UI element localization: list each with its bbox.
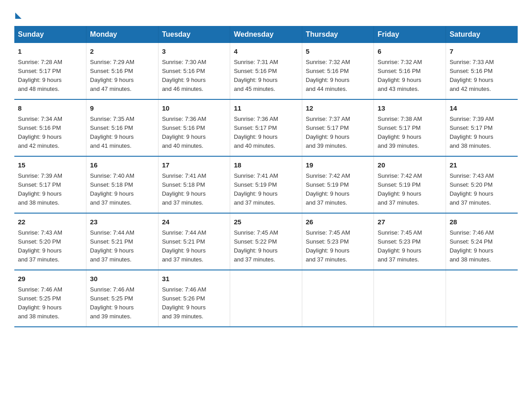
header-cell-monday: Monday [86,26,159,43]
day-info: Sunrise: 7:46 AMSunset: 5:25 PMDaylight:… [90,286,134,320]
day-info: Sunrise: 7:33 AMSunset: 5:16 PMDaylight:… [450,59,494,92]
day-number: 8 [18,103,82,114]
day-cell: 4Sunrise: 7:31 AMSunset: 5:16 PMDaylight… [230,43,302,99]
day-info: Sunrise: 7:45 AMSunset: 5:22 PMDaylight:… [234,229,278,263]
day-cell: 24Sunrise: 7:44 AMSunset: 5:21 PMDayligh… [158,213,230,270]
calendar-table: SundayMondayTuesdayWednesdayThursdayFrid… [14,26,518,327]
day-cell: 31Sunrise: 7:46 AMSunset: 5:26 PMDayligh… [158,270,230,327]
week-row-3: 15Sunrise: 7:39 AMSunset: 5:17 PMDayligh… [14,156,518,213]
week-row-1: 1Sunrise: 7:28 AMSunset: 5:17 PMDaylight… [14,43,518,99]
calendar-body: 1Sunrise: 7:28 AMSunset: 5:17 PMDaylight… [14,43,518,327]
day-info: Sunrise: 7:28 AMSunset: 5:17 PMDaylight:… [18,59,62,92]
day-cell: 9Sunrise: 7:35 AMSunset: 5:16 PMDaylight… [86,99,159,156]
day-cell: 10Sunrise: 7:36 AMSunset: 5:16 PMDayligh… [158,99,230,156]
week-row-5: 29Sunrise: 7:46 AMSunset: 5:25 PMDayligh… [14,270,518,327]
day-cell: 7Sunrise: 7:33 AMSunset: 5:16 PMDaylight… [446,43,518,99]
day-info: Sunrise: 7:44 AMSunset: 5:21 PMDaylight:… [90,229,134,263]
day-number: 10 [162,103,227,114]
day-cell: 29Sunrise: 7:46 AMSunset: 5:25 PMDayligh… [14,270,86,327]
day-info: Sunrise: 7:43 AMSunset: 5:20 PMDaylight:… [450,172,494,206]
day-cell [302,270,374,327]
day-number: 1 [18,47,82,57]
day-cell [446,270,518,327]
day-info: Sunrise: 7:38 AMSunset: 5:17 PMDaylight:… [378,116,422,149]
day-cell: 13Sunrise: 7:38 AMSunset: 5:17 PMDayligh… [374,99,446,156]
day-info: Sunrise: 7:30 AMSunset: 5:16 PMDaylight:… [162,59,206,92]
day-info: Sunrise: 7:46 AMSunset: 5:25 PMDaylight:… [18,286,62,320]
day-number: 12 [306,103,370,114]
day-number: 20 [378,160,442,171]
day-info: Sunrise: 7:37 AMSunset: 5:17 PMDaylight:… [306,116,350,149]
day-number: 9 [90,103,154,114]
day-number: 30 [90,274,154,284]
day-cell: 8Sunrise: 7:34 AMSunset: 5:16 PMDaylight… [14,99,86,156]
day-number: 25 [234,217,298,227]
week-row-2: 8Sunrise: 7:34 AMSunset: 5:16 PMDaylight… [14,99,518,156]
day-cell: 19Sunrise: 7:42 AMSunset: 5:19 PMDayligh… [302,156,374,213]
day-cell: 20Sunrise: 7:42 AMSunset: 5:19 PMDayligh… [374,156,446,213]
day-cell: 14Sunrise: 7:39 AMSunset: 5:17 PMDayligh… [446,99,518,156]
day-cell [230,270,302,327]
day-number: 14 [450,103,514,114]
day-number: 15 [18,160,82,171]
day-number: 11 [234,103,298,114]
week-row-4: 22Sunrise: 7:43 AMSunset: 5:20 PMDayligh… [14,213,518,270]
page-container: SundayMondayTuesdayWednesdayThursdayFrid… [14,11,518,327]
day-info: Sunrise: 7:45 AMSunset: 5:23 PMDaylight:… [378,229,422,263]
day-number: 6 [378,47,442,57]
day-cell [374,270,446,327]
day-number: 29 [18,274,82,284]
day-info: Sunrise: 7:46 AMSunset: 5:26 PMDaylight:… [162,286,206,320]
header-cell-thursday: Thursday [302,26,374,43]
day-number: 4 [234,47,298,57]
day-cell: 5Sunrise: 7:32 AMSunset: 5:16 PMDaylight… [302,43,374,99]
day-info: Sunrise: 7:40 AMSunset: 5:18 PMDaylight:… [90,172,134,206]
day-cell: 17Sunrise: 7:41 AMSunset: 5:18 PMDayligh… [158,156,230,213]
day-number: 2 [90,47,154,57]
day-number: 3 [162,47,227,57]
day-number: 26 [306,217,370,227]
day-info: Sunrise: 7:34 AMSunset: 5:16 PMDaylight:… [18,116,62,149]
day-cell: 23Sunrise: 7:44 AMSunset: 5:21 PMDayligh… [86,213,159,270]
day-cell: 2Sunrise: 7:29 AMSunset: 5:16 PMDaylight… [86,43,159,99]
header-cell-tuesday: Tuesday [158,26,230,43]
header [14,11,518,17]
day-cell: 25Sunrise: 7:45 AMSunset: 5:22 PMDayligh… [230,213,302,270]
day-cell: 18Sunrise: 7:41 AMSunset: 5:19 PMDayligh… [230,156,302,213]
day-info: Sunrise: 7:41 AMSunset: 5:19 PMDaylight:… [234,172,278,206]
day-number: 27 [378,217,442,227]
day-number: 19 [306,160,370,171]
day-number: 18 [234,160,298,171]
day-cell: 3Sunrise: 7:30 AMSunset: 5:16 PMDaylight… [158,43,230,99]
day-number: 28 [450,217,514,227]
day-cell: 21Sunrise: 7:43 AMSunset: 5:20 PMDayligh… [446,156,518,213]
day-info: Sunrise: 7:42 AMSunset: 5:19 PMDaylight:… [306,172,350,206]
day-info: Sunrise: 7:35 AMSunset: 5:16 PMDaylight:… [90,116,134,149]
day-info: Sunrise: 7:46 AMSunset: 5:24 PMDaylight:… [450,229,494,263]
day-number: 16 [90,160,154,171]
calendar-header: SundayMondayTuesdayWednesdayThursdayFrid… [14,26,518,43]
day-info: Sunrise: 7:42 AMSunset: 5:19 PMDaylight:… [378,172,422,206]
day-number: 31 [162,274,227,284]
day-cell: 26Sunrise: 7:45 AMSunset: 5:23 PMDayligh… [302,213,374,270]
day-info: Sunrise: 7:41 AMSunset: 5:18 PMDaylight:… [162,172,206,206]
day-number: 17 [162,160,227,171]
day-number: 7 [450,47,514,57]
day-cell: 27Sunrise: 7:45 AMSunset: 5:23 PMDayligh… [374,213,446,270]
header-row: SundayMondayTuesdayWednesdayThursdayFrid… [14,26,518,43]
day-cell: 22Sunrise: 7:43 AMSunset: 5:20 PMDayligh… [14,213,86,270]
day-number: 23 [90,217,154,227]
header-cell-sunday: Sunday [14,26,86,43]
day-number: 24 [162,217,227,227]
logo-arrow-icon [15,13,21,19]
day-info: Sunrise: 7:36 AMSunset: 5:16 PMDaylight:… [162,116,206,149]
day-number: 13 [378,103,442,114]
day-info: Sunrise: 7:39 AMSunset: 5:17 PMDaylight:… [18,172,62,206]
day-info: Sunrise: 7:32 AMSunset: 5:16 PMDaylight:… [378,59,422,92]
day-cell: 11Sunrise: 7:36 AMSunset: 5:17 PMDayligh… [230,99,302,156]
header-cell-friday: Friday [374,26,446,43]
day-cell: 30Sunrise: 7:46 AMSunset: 5:25 PMDayligh… [86,270,159,327]
day-info: Sunrise: 7:45 AMSunset: 5:23 PMDaylight:… [306,229,350,263]
day-number: 22 [18,217,82,227]
day-cell: 16Sunrise: 7:40 AMSunset: 5:18 PMDayligh… [86,156,159,213]
